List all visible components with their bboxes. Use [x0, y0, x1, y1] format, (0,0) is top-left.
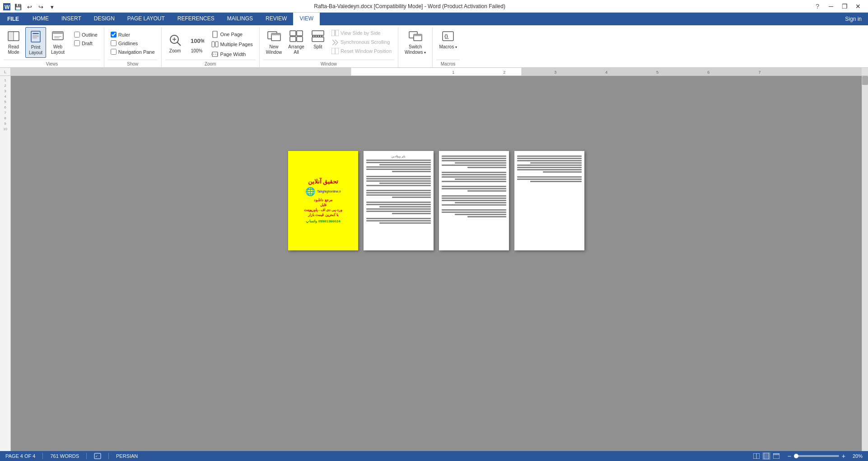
ribbon-group-switch: SwitchWindows ▾ - — [398, 27, 433, 67]
left-ruler: 1 2 3 4 5 6 7 8 9 10 — [0, 76, 11, 453]
multiple-pages-button[interactable]: Multiple Pages — [209, 40, 256, 49]
web-layout-button[interactable]: WebLayout — [48, 27, 68, 57]
print-layout-button[interactable]: PrintLayout — [25, 27, 46, 58]
status-read-mode-icon[interactable] — [752, 452, 761, 453]
cover-title: تحقیق آنلاین — [308, 178, 339, 186]
main-area: 1 2 3 4 5 6 7 8 9 10 تحقیق آنلاین 🌐 Tahg… — [0, 76, 868, 453]
ribbon-group-show: Ruler Gridlines Navigation Pane Show — [104, 27, 162, 67]
tab-design[interactable]: DESIGN — [88, 13, 121, 25]
read-mode-button[interactable]: ReadMode — [4, 27, 23, 57]
show-group-content: Ruler Gridlines Navigation Pane — [108, 27, 158, 59]
quick-access-customize[interactable]: ▾ — [47, 2, 57, 12]
close-button[interactable]: ✕ — [852, 1, 864, 11]
svg-rect-32 — [312, 31, 324, 35]
one-hundred-percent-button[interactable]: 100% 100% — [187, 31, 207, 55]
macros-group-content: {} ▾ Macros ▾ — [436, 27, 460, 59]
tab-home[interactable]: HOME — [26, 13, 55, 25]
zoom-label: Zoom — [169, 48, 181, 53]
synchronous-scrolling-label: Synchronous Scrolling — [341, 39, 390, 45]
zoom-icon — [168, 33, 182, 47]
ruler-checkbox[interactable] — [111, 32, 117, 38]
window-options-group: View Side by Side Synchronous Scrolling … — [329, 29, 394, 55]
zoom-button[interactable]: Zoom — [165, 31, 185, 55]
draft-checkbox[interactable] — [74, 40, 80, 46]
zoom-group-content: Zoom 100% 100% One Page — [165, 27, 256, 59]
undo-quick-btn[interactable]: ↩ — [24, 2, 34, 12]
status-web-layout-icon[interactable] — [772, 452, 780, 453]
svg-rect-12 — [52, 32, 63, 34]
arrange-all-icon — [289, 29, 303, 43]
show-group-label: Show — [108, 60, 158, 67]
minimize-button[interactable]: ─ — [825, 1, 837, 11]
svg-text:100%: 100% — [191, 38, 204, 44]
tab-mailings[interactable]: MAILINGS — [221, 13, 259, 25]
arrange-all-button[interactable]: ArrangeAll — [285, 27, 307, 57]
help-button[interactable]: ? — [816, 3, 819, 10]
reset-window-position-label: Reset Window Position — [341, 48, 392, 54]
tab-page-layout[interactable]: PAGE LAYOUT — [121, 13, 171, 25]
zoom-group-label: Zoom — [165, 60, 256, 67]
100-percent-label: 100% — [191, 48, 203, 53]
gridlines-label: Gridlines — [118, 41, 138, 46]
tab-view[interactable]: VIEW — [293, 13, 320, 25]
navigation-pane-checkbox[interactable] — [111, 49, 117, 55]
page3-content — [439, 151, 509, 250]
cover-subtitle: مرجع دانلـودفایلورد-پی دی اف - پاورپوینت… — [304, 198, 342, 218]
ribbon-group-views: ReadMode PrintLayout — [0, 27, 104, 67]
save-quick-btn[interactable]: 💾 — [13, 2, 23, 12]
new-window-icon — [267, 29, 281, 43]
horizontal-ruler-bar: L 7 6 5 4 3 2 1 — [0, 68, 868, 76]
arrange-all-label: ArrangeAll — [288, 44, 304, 55]
page-1: تحقیق آنلاین 🌐 Tahghighonline.ir مرجع دا… — [288, 151, 358, 250]
tab-references[interactable]: REFERENCES — [171, 13, 221, 25]
svg-rect-27 — [271, 33, 280, 35]
views-group-content: ReadMode PrintLayout — [4, 27, 100, 59]
cover-url: Tahghighonline.ir — [317, 190, 341, 193]
ruler-corner-symbol: L — [0, 68, 10, 75]
read-mode-label: ReadMode — [8, 44, 19, 55]
page2-content: بایر و ولادین — [364, 151, 434, 250]
svg-rect-7 — [33, 33, 39, 34]
ruler-right-pad — [862, 68, 868, 75]
sign-in-button[interactable]: Sign in — [839, 13, 868, 25]
gridlines-checkbox[interactable] — [111, 40, 117, 46]
ruler-label: Ruler — [118, 32, 130, 38]
view-side-by-side-button[interactable]: View Side by Side — [329, 29, 394, 37]
svg-rect-30 — [290, 37, 296, 42]
title-bar-text: Rafta-Ba-Valedeyn.docx [Compatibility Mo… — [4, 3, 816, 9]
macros-button[interactable]: {} ▾ Macros ▾ — [436, 27, 460, 51]
one-page-button[interactable]: One Page — [209, 30, 256, 39]
svg-text:5: 5 — [656, 70, 658, 75]
zoom-section: − + 20% — [749, 452, 863, 453]
tab-file[interactable]: FILE — [0, 13, 26, 25]
status-print-layout-icon[interactable] — [762, 452, 770, 453]
tab-review[interactable]: REVIEW — [259, 13, 293, 25]
svg-text:3: 3 — [554, 70, 556, 75]
synchronous-scrolling-button[interactable]: Synchronous Scrolling — [329, 38, 394, 46]
svg-rect-33 — [312, 37, 324, 42]
pages-row: تحقیق آنلاین 🌐 Tahghighonline.ir مرجع دا… — [288, 151, 584, 250]
restore-button[interactable]: ❐ — [838, 1, 851, 11]
tab-insert[interactable]: INSERT — [55, 13, 88, 25]
switch-windows-button[interactable]: SwitchWindows ▾ — [402, 27, 429, 57]
split-button[interactable]: Split — [308, 27, 328, 51]
split-label: Split — [313, 44, 322, 49]
new-window-button[interactable]: NewWindow — [263, 27, 285, 57]
scrollbar-thumb[interactable] — [862, 76, 868, 85]
page-width-button[interactable]: Page Width — [209, 50, 256, 59]
navigation-pane-checkbox-item[interactable]: Navigation Pane — [108, 48, 158, 56]
ruler-checkbox-item[interactable]: Ruler — [108, 31, 158, 38]
redo-quick-btn[interactable]: ↪ — [36, 2, 46, 12]
reset-window-position-button[interactable]: Reset Window Position — [329, 47, 394, 55]
draft-checkbox-item[interactable]: Draft — [71, 39, 100, 47]
svg-text:4: 4 — [605, 70, 607, 75]
svg-rect-35 — [331, 30, 335, 36]
svg-rect-22 — [215, 42, 218, 47]
svg-rect-31 — [297, 37, 303, 42]
vertical-scrollbar[interactable] — [862, 76, 868, 453]
outline-checkbox-item[interactable]: Outline — [71, 31, 100, 38]
100-percent-icon: 100% — [190, 33, 204, 47]
cover-phone: 09981366624 واتساپ — [306, 219, 340, 223]
outline-checkbox[interactable] — [74, 32, 80, 38]
gridlines-checkbox-item[interactable]: Gridlines — [108, 39, 158, 47]
